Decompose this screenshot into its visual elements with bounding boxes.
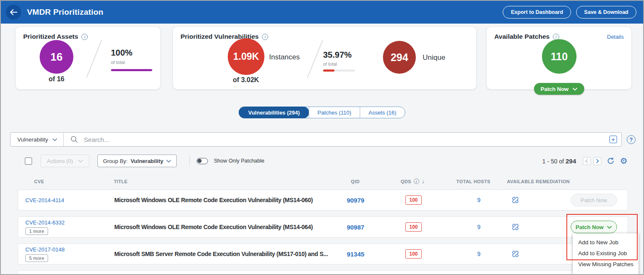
add-query-icon[interactable]	[609, 136, 617, 143]
menu-item-view-missing-patches[interactable]: View Missing Patches	[573, 259, 639, 270]
patch-now-button-disabled[interactable]: Patch Now	[571, 194, 617, 206]
column-header-available-remediation[interactable]: AVAILABLE REMEDIATION	[507, 179, 545, 184]
refresh-button[interactable]	[607, 157, 614, 165]
qid-link[interactable]: 90979	[334, 197, 377, 204]
total-hosts-link[interactable]: 9	[450, 224, 507, 230]
unique-label: Unique	[423, 53, 445, 62]
vulns-progress-bar	[323, 69, 355, 72]
table-row: CVE-2014-4114 Microsoft Windows OLE Remo…	[18, 190, 628, 211]
divider-slash	[86, 40, 102, 78]
previous-page-button[interactable]	[583, 157, 591, 165]
chevron-right-icon	[596, 159, 599, 163]
more-cves-badge[interactable]: 1 more	[25, 227, 48, 235]
search-category-dropdown[interactable]: Vulnerability	[11, 133, 64, 146]
qid-link[interactable]: 90987	[334, 224, 377, 231]
refresh-icon	[607, 157, 614, 165]
column-header-title[interactable]: TITLE	[114, 179, 334, 184]
chevron-down-icon	[166, 160, 171, 163]
instances-label: Instances	[269, 53, 300, 61]
patch-remediation-icon	[511, 249, 520, 259]
assets-percent-caption: of total	[111, 60, 125, 65]
unique-count-circle: 294	[383, 41, 416, 74]
menu-item-add-to-new-job[interactable]: Add to New Job	[573, 237, 639, 248]
tab-patches[interactable]: Patches (110)	[309, 107, 360, 118]
toolbar-divider	[189, 155, 190, 166]
patch-now-button[interactable]: Patch Now	[534, 83, 584, 95]
prioritized-assets-card: Prioritized Assets 16 of 16 100% of tota…	[16, 27, 160, 89]
save-and-download-button[interactable]: Save & Download	[576, 6, 636, 19]
info-icon[interactable]	[414, 179, 419, 184]
sort-descending-icon[interactable]: ↓	[422, 178, 425, 184]
group-by-dropdown[interactable]: Group By: Vulnerability	[97, 155, 177, 167]
column-header-qid[interactable]: QID	[334, 179, 376, 184]
info-icon[interactable]	[262, 34, 268, 40]
assets-count-circle: 16	[40, 40, 73, 74]
result-tabs: Vulnerabilities (294) Patches (110) Asse…	[1, 107, 643, 118]
vulns-percent-caption: of total	[323, 61, 337, 67]
table-row: CVE-2017-0148 5 more Microsoft SMB Serve…	[18, 243, 628, 264]
assets-progress-bar	[111, 69, 152, 71]
vulnerability-title: Microsoft SMB Server Remote Code Executi…	[114, 251, 334, 257]
search-icon	[70, 136, 78, 143]
chevron-down-icon	[607, 226, 612, 229]
patches-count-circle: 110	[542, 39, 577, 74]
cve-link[interactable]: CVE-2014-4114	[25, 197, 64, 203]
menu-item-add-to-existing-job[interactable]: Add to Existing Job	[573, 248, 639, 259]
table-row: CVE-2014-6332 1 more Microsoft Windows O…	[18, 216, 628, 238]
more-cves-badge[interactable]: 5 more	[25, 254, 48, 262]
qid-link[interactable]: 91345	[334, 251, 377, 258]
toggle-label: Show Only Patchable	[214, 158, 264, 164]
vulns-percent: 35.97%	[323, 50, 352, 60]
show-only-patchable-toggle[interactable]	[197, 158, 208, 164]
actions-dropdown[interactable]: Actions (0)	[40, 155, 89, 167]
vmdr-prioritization-screen: VMDR Prioritization Export to Dashboard …	[0, 0, 644, 275]
settings-button[interactable]: ⚙	[620, 157, 628, 165]
cve-link[interactable]: CVE-2014-6332	[25, 219, 65, 226]
column-header-qds[interactable]: QDS ↓	[376, 178, 450, 184]
instances-of-total: of 3.02K	[223, 76, 269, 84]
instances-count-circle: 1.09K	[228, 38, 264, 75]
chevron-down-icon	[572, 88, 577, 91]
tab-assets[interactable]: Assets (16)	[360, 107, 405, 118]
assets-card-title: Prioritized Assets	[23, 33, 78, 40]
total-hosts-link[interactable]: 9	[450, 197, 507, 203]
search-input[interactable]	[78, 136, 609, 144]
pagination-total: 294	[566, 158, 576, 165]
prioritized-vulnerabilities-card: Prioritized Vulnerabilities 1.09K of 3.0…	[173, 27, 476, 89]
cve-link[interactable]: CVE-2017-0148	[25, 246, 65, 253]
assets-of-total: of 16	[35, 75, 78, 83]
qds-score-badge: 100	[405, 222, 421, 232]
column-header-total-hosts[interactable]: TOTAL HOSTS	[450, 179, 507, 184]
gear-icon: ⚙	[620, 157, 628, 165]
total-hosts-link[interactable]: 9	[450, 251, 507, 257]
patches-card-title: Available Patches	[494, 33, 550, 40]
details-link[interactable]: Details	[607, 34, 624, 40]
summary-cards: Prioritized Assets 16 of 16 100% of tota…	[16, 27, 632, 89]
info-icon[interactable]	[81, 34, 88, 40]
column-header-cve[interactable]: CVE	[18, 179, 114, 184]
vulnerability-title: Microsoft Windows OLE Remote Code Execut…	[114, 197, 334, 203]
divider-slash	[307, 40, 323, 78]
help-icon[interactable]	[627, 135, 636, 144]
table-row	[18, 270, 628, 275]
search-row: Vulnerability	[10, 132, 643, 147]
search-box: Vulnerability	[10, 132, 622, 147]
patch-remediation-icon	[511, 195, 520, 205]
patch-remediation-icon	[511, 222, 520, 232]
next-page-button[interactable]	[593, 157, 601, 165]
patch-now-dropdown-button[interactable]: Patch Now	[571, 221, 617, 233]
chevron-left-icon	[585, 159, 588, 163]
tab-vulnerabilities[interactable]: Vulnerabilities (294)	[239, 107, 309, 118]
chevron-down-icon	[78, 160, 83, 163]
select-all-checkbox[interactable]	[25, 158, 32, 165]
pagination: 1 - 50 of 294 ⚙	[542, 157, 628, 165]
header-actions: Export to Dashboard Save & Download	[503, 6, 636, 19]
pagination-range: 1 - 50 of	[542, 158, 564, 165]
vulnerability-title: Microsoft Windows OLE Remote Code Execut…	[114, 224, 334, 230]
assets-percent: 100%	[111, 48, 132, 58]
patch-now-menu: Add to New Job Add to Existing Job View …	[573, 233, 639, 275]
back-arrow-icon	[9, 9, 18, 16]
list-toolbar: Actions (0) Group By: Vulnerability Show…	[25, 154, 628, 168]
back-button[interactable]	[6, 5, 21, 20]
export-to-dashboard-button[interactable]: Export to Dashboard	[503, 6, 571, 19]
